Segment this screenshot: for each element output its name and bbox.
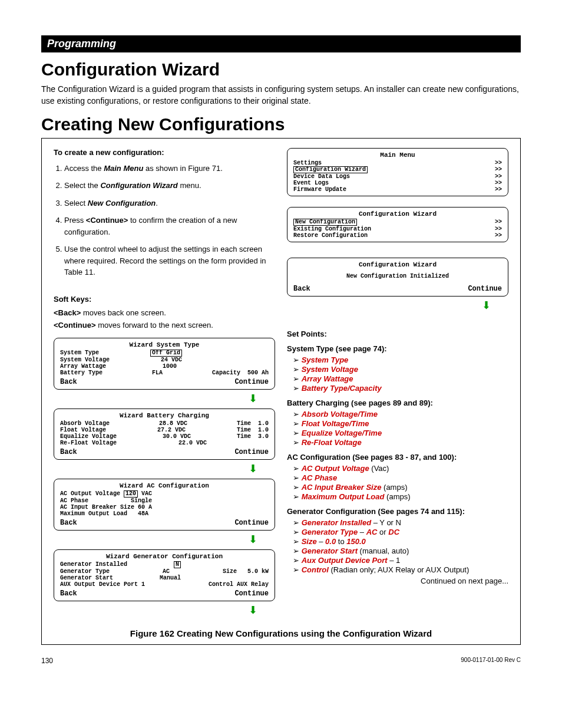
setpoints-heading: Set Points: — [287, 330, 508, 338]
procedure-heading: To create a new configuration: — [54, 148, 275, 157]
figure-box: To create a new configuration: Access th… — [41, 138, 521, 645]
page-number: 130 — [41, 657, 53, 665]
step-2: Select the Configuration Wizard menu. — [64, 180, 275, 192]
step-4: Press <Continue> to confirm the creation… — [64, 215, 275, 238]
down-arrow-icon: ⬇ — [54, 392, 275, 405]
figure-caption: Figure 162 Creating New Configurations u… — [54, 628, 508, 638]
page-title: Configuration Wizard — [41, 60, 521, 80]
generator-config-group-head: Generator Configuration (See pages 74 an… — [287, 507, 508, 516]
soft-key-back: <Back> moves back one screen. — [54, 308, 275, 317]
step-5: Use the control wheel to adjust the sett… — [64, 243, 275, 278]
step-3: Select New Configuration. — [64, 197, 275, 209]
config-wizard-menu-screen: Configuration Wizard New Configuration>>… — [287, 207, 508, 242]
wizard-battery-charging-screen: Wizard Battery Charging Absorb Voltage28… — [54, 409, 275, 460]
down-arrow-icon: ⬇ — [54, 462, 275, 475]
generator-config-list: Generator Installed – Y or N Generator T… — [293, 518, 508, 574]
new-config-initialized-screen: Configuration Wizard New Configuration I… — [287, 258, 508, 297]
wizard-system-type-screen: Wizard System Type System TypeOff Grid S… — [54, 338, 275, 390]
soft-key-continue: <Continue> moves forward to the next scr… — [54, 321, 275, 330]
revision-code: 900-0117-01-00 Rev C — [461, 657, 521, 665]
subsection-title: Creating New Configurations — [41, 114, 521, 134]
ac-config-list: AC Output Voltage (Vac) AC Phase AC Inpu… — [293, 464, 508, 501]
main-menu-screen: Main Menu Settings>> Configuration Wizar… — [287, 148, 508, 196]
procedure-steps: Access the Main Menu as shown in Figure … — [64, 163, 275, 278]
wizard-generator-config-screen: Wizard Generator Configuration Generator… — [54, 549, 275, 601]
soft-keys-heading: Soft Keys: — [54, 295, 275, 304]
system-type-group-head: System Type (see page 74): — [287, 344, 508, 353]
system-type-list: System Type System Voltage Array Wattage… — [293, 355, 508, 393]
step-1: Access the Main Menu as shown in Figure … — [64, 163, 275, 174]
down-arrow-icon: ⬇ — [287, 299, 508, 312]
battery-charging-group-head: Battery Charging (see pages 89 and 89): — [287, 398, 508, 407]
section-header: Programming — [41, 35, 521, 52]
continued-note: Continued on next page... — [287, 577, 508, 585]
down-arrow-icon: ⬇ — [54, 604, 275, 617]
battery-charging-list: Absorb Voltage/Time Float Voltage/Time E… — [293, 410, 508, 447]
down-arrow-icon: ⬇ — [54, 533, 275, 546]
page-footer: 130 900-0117-01-00 Rev C — [41, 657, 521, 665]
ac-config-group-head: AC Configuration (See pages 83 - 87, and… — [287, 453, 508, 462]
wizard-ac-config-screen: Wizard AC Configuration AC Output Voltag… — [54, 479, 275, 531]
intro-paragraph: The Configuration Wizard is a guided pro… — [41, 83, 521, 107]
